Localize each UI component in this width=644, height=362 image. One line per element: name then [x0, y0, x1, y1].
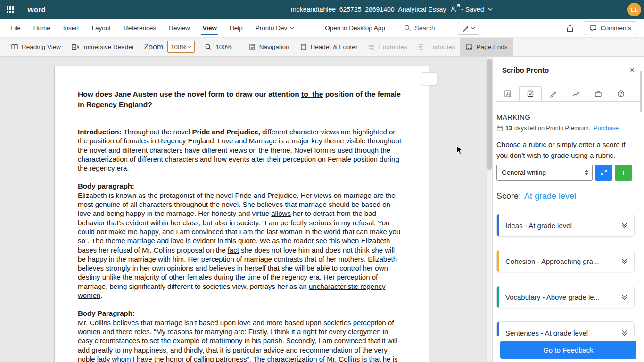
pronto-tab-progress[interactable]: [564, 86, 587, 101]
briefcase-icon: [594, 90, 602, 98]
document-page[interactable]: How does Jane Austen use the novel form …: [54, 66, 429, 362]
zoom-100-label: 100%: [215, 43, 232, 50]
go-to-feedback-button[interactable]: Go to Feedback: [500, 341, 636, 359]
rubric-select[interactable]: General writing: [496, 165, 593, 181]
card-label: Cohesion - Approaching gra...: [505, 257, 599, 265]
trend-icon: [572, 90, 579, 98]
menu-tab-label: References: [124, 25, 156, 32]
menu-tab-references[interactable]: References: [124, 19, 156, 37]
immersive-reader-button[interactable]: Immersive Reader: [66, 38, 139, 56]
navigation-button[interactable]: Navigation: [243, 38, 295, 56]
chevron-down-icon[interactable]: [621, 258, 628, 264]
pronto-tab-toolkit[interactable]: [587, 86, 610, 101]
rubric-card-cohesion[interactable]: Cohesion - Approaching gra...: [496, 250, 635, 272]
page-ends-label: Page Ends: [476, 43, 507, 50]
panel-footer: Go to Feedback Privacy Policy: [493, 336, 644, 362]
document-scrollbar[interactable]: [486, 57, 492, 362]
pronto-tab-help[interactable]: [610, 86, 632, 101]
score-row: Score:At grade level: [496, 191, 635, 201]
comments-button[interactable]: Comments: [584, 21, 637, 35]
open-in-desktop-app-button[interactable]: Open in Desktop App: [325, 25, 385, 32]
search-box[interactable]: Search: [404, 25, 435, 32]
text-run: to the: [301, 90, 323, 98]
rubric-card-vocabulary[interactable]: Vocabulary - Above grade le...: [496, 286, 635, 308]
pronto-tab-insights[interactable]: [496, 86, 519, 101]
page-ends-button[interactable]: Page Ends: [460, 38, 512, 56]
footnotes-button[interactable]: Footnotes: [363, 38, 412, 56]
trial-status: 13 days left on Pronto Premium. Purchase: [496, 125, 635, 132]
text-run: roles. “My reasons for marrying are: Fir…: [132, 328, 348, 336]
expand-icon: [601, 169, 607, 176]
chart-icon: [504, 90, 512, 98]
text-run: How does Jane Austen use the novel form …: [78, 90, 301, 98]
endnotes-button[interactable]: Endnotes: [412, 38, 460, 56]
sidebar-scrollbar[interactable]: [640, 71, 642, 112]
expand-rubric-button[interactable]: [595, 165, 612, 181]
edit-mode-button[interactable]: [458, 22, 479, 35]
header-footer-button[interactable]: Header & Footer: [295, 38, 363, 56]
section-title: MARKING: [496, 113, 635, 121]
saved-status[interactable]: - Saved: [461, 6, 484, 13]
menu-tab-pronto-dev[interactable]: Pronto Dev: [256, 19, 295, 37]
text-run: is: [186, 237, 191, 245]
presence-initial: R: [457, 3, 461, 8]
menubar: File Home Insert Layout References Revie…: [0, 19, 644, 38]
accent-bar: [497, 250, 499, 272]
share-button[interactable]: [566, 24, 574, 33]
avatar[interactable]: LL: [627, 3, 641, 16]
magnifier-icon: [205, 43, 212, 51]
text-run: Body Paragraph:: [78, 309, 135, 317]
search-label: Search: [415, 25, 435, 32]
menu-tab-label: View: [202, 25, 217, 32]
book-icon: [11, 43, 18, 51]
ribbon-divider: [240, 41, 240, 53]
document-body[interactable]: How does Jane Austen use the novel form …: [55, 66, 429, 362]
accent-bar: [497, 286, 499, 308]
scrollbar-thumb[interactable]: [487, 59, 492, 170]
titlebar: Word mckeandtahlee_625725_28691400_Analy…: [0, 0, 644, 19]
menu-tab-layout[interactable]: Layout: [92, 19, 111, 37]
menu-tab-home[interactable]: Home: [33, 19, 50, 37]
comment-icon: [590, 25, 597, 32]
pronto-tab-annotate[interactable]: [542, 86, 564, 101]
score-label: Score:: [496, 191, 521, 201]
presence-icon[interactable]: R: [450, 6, 457, 13]
menu-tab-view[interactable]: View: [202, 19, 217, 37]
document-title[interactable]: mckeandtahlee_625725_28691400_Analytical…: [291, 6, 446, 13]
footnotes-icon: [368, 43, 375, 51]
zoom-dropdown[interactable]: 100%: [167, 41, 195, 53]
ribbon-view: Reading View Immersive Reader Zoom 100% …: [0, 38, 644, 57]
chevron-down-icon[interactable]: [621, 294, 628, 300]
help-icon: [617, 90, 625, 98]
pronto-tab-marking[interactable]: [519, 86, 542, 101]
collapsed-comment-card[interactable]: [421, 72, 437, 85]
comments-label: Comments: [601, 25, 631, 32]
menu-tab-file[interactable]: File: [10, 19, 21, 37]
menu-tab-review[interactable]: Review: [169, 19, 190, 37]
menu-tab-label: Home: [33, 25, 50, 32]
zoom-100-button[interactable]: 100%: [199, 38, 237, 56]
menu-tab-insert[interactable]: Insert: [63, 19, 79, 37]
checklist-icon: [527, 90, 534, 98]
app-name[interactable]: Word: [27, 6, 46, 14]
reading-view-button[interactable]: Reading View: [6, 38, 66, 56]
panel-header: Scribo Pronto ×: [493, 57, 644, 74]
chevron-down-icon: [471, 27, 475, 30]
text-run: there: [116, 328, 132, 336]
chevron-down-icon[interactable]: [621, 222, 628, 229]
add-rubric-button[interactable]: +: [615, 165, 632, 181]
chevron-down-icon: [290, 27, 294, 30]
app-launcher-waffle-icon[interactable]: [0, 0, 21, 19]
document-canvas[interactable]: How does Jane Austen use the novel form …: [0, 57, 486, 362]
chevron-down-icon[interactable]: [488, 8, 493, 11]
menu-tab-help[interactable]: Help: [230, 19, 243, 37]
text-run: Body paragraph:: [78, 182, 134, 190]
rubric-card-ideas[interactable]: Ideas - At grade level: [496, 214, 635, 237]
rubric-selected-value: General writing: [502, 169, 546, 176]
close-icon[interactable]: ×: [630, 66, 635, 74]
purchase-link[interactable]: Purchase: [594, 125, 619, 132]
score-value[interactable]: At grade level: [524, 191, 576, 201]
waffle-grid: [7, 6, 14, 13]
select-spinner-icon: [585, 170, 588, 175]
menu-tab-label: Layout: [92, 25, 111, 32]
